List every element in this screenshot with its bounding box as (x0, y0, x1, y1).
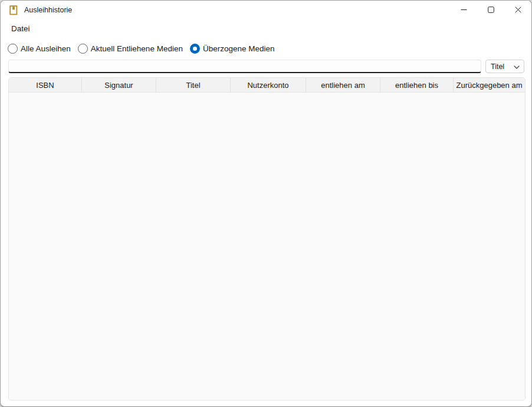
minimize-button[interactable] (450, 1, 477, 19)
title-bar: Ausleihhistorie (1, 1, 531, 19)
column-header-entliehen-bis[interactable]: entliehen bis (380, 78, 454, 92)
radio-label: Aktuell Entliehene Medien (91, 44, 183, 53)
search-input[interactable] (8, 60, 481, 73)
window-title: Ausleihhistorie (24, 6, 72, 14)
radio-label: Alle Ausleihen (21, 44, 71, 53)
app-window: Ausleihhistorie Datei A (0, 0, 532, 407)
column-header-entliehen-am[interactable]: entliehen am (306, 78, 380, 92)
book-icon (9, 5, 18, 15)
minimize-icon (461, 5, 467, 15)
close-button[interactable] (504, 1, 531, 19)
radio-alle-ausleihen[interactable]: Alle Ausleihen (8, 44, 71, 54)
close-icon (515, 5, 521, 15)
menu-bar: Datei (1, 19, 531, 37)
column-header-isbn[interactable]: ISBN (9, 78, 82, 92)
radio-circle-icon[interactable] (78, 44, 88, 54)
search-row: Titel (8, 60, 524, 73)
column-header-nutzerkonto[interactable]: Nutzerkonto (231, 78, 306, 92)
radio-label: Überzogene Medien (203, 44, 275, 53)
maximize-button[interactable] (477, 1, 504, 19)
table-body-empty[interactable] (9, 93, 525, 400)
column-header-titel[interactable]: Titel (156, 78, 231, 92)
table-header-row: ISBN Signatur Titel Nutzerkonto entliehe… (9, 78, 525, 93)
chevron-down-icon (514, 63, 520, 71)
menu-item-datei[interactable]: Datei (6, 22, 35, 35)
column-header-zurueckgegeben-am[interactable]: Zurückgegeben am (454, 78, 525, 92)
loan-filter-group: Alle Ausleihen Aktuell Entliehene Medien… (8, 42, 531, 54)
loan-history-table: ISBN Signatur Titel Nutzerkonto entliehe… (8, 77, 526, 401)
search-field-dropdown[interactable]: Titel (485, 60, 524, 73)
radio-circle-icon[interactable] (8, 44, 18, 54)
radio-aktuell-entliehene-medien[interactable]: Aktuell Entliehene Medien (78, 44, 183, 54)
radio-ueberzogene-medien[interactable]: Überzogene Medien (190, 44, 275, 54)
column-header-signatur[interactable]: Signatur (82, 78, 156, 92)
maximize-icon (488, 5, 494, 15)
radio-circle-icon[interactable] (190, 44, 200, 54)
dropdown-selected-value: Titel (491, 63, 504, 71)
